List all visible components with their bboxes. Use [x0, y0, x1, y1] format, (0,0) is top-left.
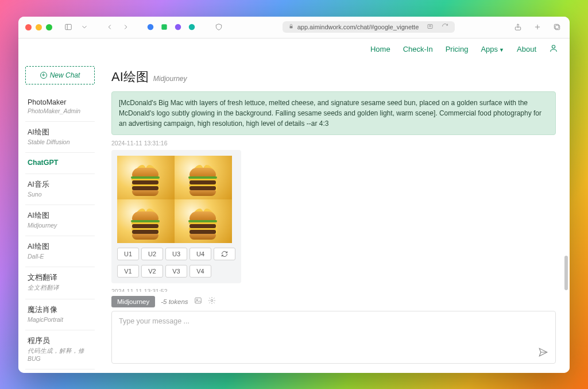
- chat-title-sub: Midjourney: [153, 75, 187, 83]
- extension-icon[interactable]: [188, 23, 196, 31]
- chevron-down-icon[interactable]: [79, 21, 90, 33]
- v2-button[interactable]: V2: [141, 265, 163, 278]
- sidebar-item-ai-draw-dalle[interactable]: AI绘图 Dall-E: [25, 236, 95, 267]
- svg-rect-14: [554, 24, 559, 29]
- svg-point-2: [148, 24, 154, 30]
- plus-icon: +: [40, 72, 47, 79]
- timestamp: 2024-11-11 13:31:16: [111, 140, 556, 147]
- sidebar-item-title: PhotoMaker: [28, 98, 92, 106]
- sidebar-item-title: ChatGPT: [28, 159, 92, 167]
- sidebar-item-sub: Dall-E: [28, 253, 92, 260]
- maximize-window-button[interactable]: [46, 24, 52, 30]
- gear-icon[interactable]: [208, 296, 216, 307]
- svg-rect-3: [161, 24, 167, 29]
- result-card: U1 U2 U3 U4 V1 V2 V3 V4: [111, 150, 241, 283]
- scrollbar-thumb[interactable]: [564, 256, 568, 290]
- v3-button[interactable]: V3: [165, 265, 187, 278]
- sidebar-item-doc-translate[interactable]: 文档翻译 全文档翻译: [25, 267, 95, 299]
- model-chip[interactable]: Midjourney: [111, 296, 155, 307]
- share-icon[interactable]: [512, 21, 524, 33]
- sidebar-item-programmer[interactable]: 程序员 代码生成，解释，修BUG: [25, 330, 95, 369]
- sidebar-item-title: AI绘图: [28, 242, 92, 252]
- lock-icon: [288, 24, 294, 30]
- composer: Midjourney -5 tokens: [103, 292, 570, 373]
- page-content: Home Check-In Pricing Apps▼ About + New …: [18, 38, 570, 373]
- chat-title-main: AI绘图: [111, 68, 149, 86]
- u2-button[interactable]: U2: [141, 248, 163, 260]
- svg-point-18: [211, 299, 213, 302]
- user-prompt-box: [McDonald's Big Mac with layers of fresh…: [111, 91, 556, 135]
- v4-button[interactable]: V4: [189, 265, 211, 278]
- sidebar-item-title: AI绘图: [28, 128, 92, 137]
- refresh-icon[interactable]: [442, 23, 448, 31]
- v1-button[interactable]: V1: [117, 265, 139, 278]
- tabs-icon[interactable]: [551, 21, 563, 33]
- sidebar-item-sub: Midjourney: [28, 222, 92, 229]
- sidebar-item-magic-portrait[interactable]: 魔法肖像 MagicPortrait: [25, 299, 95, 330]
- close-window-button[interactable]: [25, 24, 32, 30]
- svg-rect-7: [428, 25, 432, 29]
- nav-pricing[interactable]: Pricing: [446, 45, 469, 53]
- new-chat-button[interactable]: + New Chat: [25, 66, 95, 84]
- vary-row: V1 V2 V3 V4: [117, 265, 235, 278]
- extension-icons: [146, 23, 196, 31]
- sidebar-item-sub: 代码生成，解释，修BUG: [28, 347, 92, 362]
- sidebar-toggle-icon[interactable]: [63, 21, 74, 33]
- caret-down-icon: ▼: [499, 47, 504, 53]
- image-icon[interactable]: [194, 296, 202, 307]
- sidebar-item-title: 文档翻译: [28, 273, 92, 283]
- extension-icon[interactable]: [174, 23, 182, 31]
- u1-button[interactable]: U1: [117, 248, 139, 260]
- new-chat-label: New Chat: [50, 71, 80, 79]
- chat-scroll[interactable]: AI绘图 Midjourney [McDonald's Big Mac with…: [103, 60, 570, 292]
- reroll-button[interactable]: [214, 248, 235, 260]
- nav-about[interactable]: About: [517, 45, 536, 53]
- svg-rect-0: [65, 24, 72, 29]
- sidebar-item-sub: Suno: [28, 191, 92, 198]
- u3-button[interactable]: U3: [165, 248, 187, 260]
- forward-button[interactable]: [120, 21, 131, 33]
- sidebar-item-chatgpt[interactable]: ChatGPT: [25, 153, 95, 174]
- send-button[interactable]: [537, 346, 549, 360]
- titlebar: app.aimindwork.com/chat/#google_vignette: [18, 17, 570, 38]
- u4-button[interactable]: U4: [189, 248, 211, 260]
- back-button[interactable]: [104, 21, 115, 33]
- address-bar[interactable]: app.aimindwork.com/chat/#google_vignette: [283, 21, 455, 33]
- sidebar-item-ai-draw-sd[interactable]: AI绘图 Stable Diffusion: [25, 122, 95, 153]
- window-controls: [25, 24, 52, 30]
- nav-checkin[interactable]: Check-In: [403, 45, 433, 53]
- svg-rect-16: [195, 298, 201, 303]
- reader-icon[interactable]: [427, 23, 434, 31]
- sidebar-item-title: 魔法肖像: [28, 305, 92, 315]
- timestamp: 2024-11-11 13:31:52: [111, 288, 556, 292]
- sidebar: + New Chat PhotoMaker PhotoMaker_Admin A…: [18, 60, 99, 373]
- sidebar-item-sub: Stable Diffusion: [28, 138, 92, 145]
- extension-icon[interactable]: [160, 23, 168, 31]
- sidebar-item-ai-draw-mj[interactable]: AI绘图 Midjourney: [25, 205, 95, 236]
- shield-icon[interactable]: [213, 21, 225, 33]
- sidebar-item-ai-music[interactable]: AI音乐 Suno: [25, 174, 95, 205]
- sidebar-item-title: AI音乐: [28, 180, 92, 190]
- message-input[interactable]: [111, 311, 556, 364]
- result-image-2[interactable]: [175, 156, 232, 199]
- url-text: app.aimindwork.com/chat/#google_vignette: [297, 24, 419, 30]
- sidebar-item-title: AI绘图: [28, 211, 92, 221]
- sidebar-item-sub: MagicPortrait: [28, 316, 92, 323]
- sidebar-item-photomaker[interactable]: PhotoMaker PhotoMaker_Admin: [25, 93, 95, 122]
- new-tab-icon[interactable]: [532, 21, 543, 33]
- user-icon[interactable]: [549, 44, 558, 55]
- minimize-window-button[interactable]: [36, 24, 42, 30]
- nav-apps[interactable]: Apps▼: [481, 45, 504, 53]
- result-image-1[interactable]: [117, 156, 175, 199]
- nav-home[interactable]: Home: [370, 45, 390, 53]
- sidebar-item-title: 程序员: [28, 336, 92, 346]
- app-window: app.aimindwork.com/chat/#google_vignette: [18, 17, 570, 373]
- result-image-3[interactable]: [117, 199, 175, 243]
- top-nav: Home Check-In Pricing Apps▼ About: [18, 38, 570, 60]
- result-image-4[interactable]: [175, 199, 232, 243]
- svg-rect-6: [289, 26, 292, 28]
- svg-point-4: [175, 24, 181, 30]
- svg-point-5: [189, 24, 195, 30]
- extension-icon[interactable]: [146, 23, 154, 31]
- sidebar-item-sub: PhotoMaker_Admin: [28, 107, 92, 114]
